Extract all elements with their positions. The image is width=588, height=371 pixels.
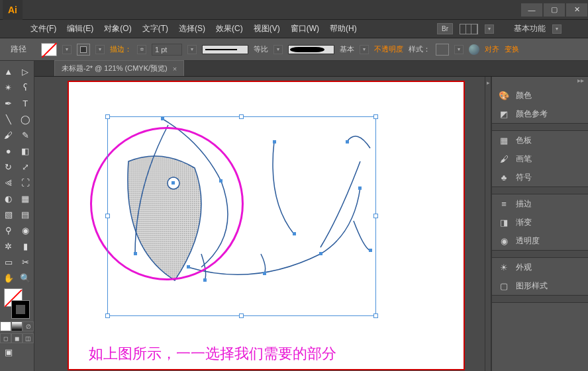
fill-swatch[interactable]	[41, 43, 57, 56]
arrange-documents-button[interactable]	[460, 24, 478, 34]
stroke-dropdown[interactable]: ▾	[95, 45, 105, 54]
color-mode-button[interactable]	[0, 321, 11, 331]
workspace-dropdown[interactable]: ▾	[552, 24, 562, 34]
panel-swatches[interactable]: ▦色板	[492, 131, 588, 149]
scale-tool[interactable]: ⤢	[17, 159, 34, 175]
panel-appearance[interactable]: ☀外观	[492, 258, 588, 276]
selection-handle-w[interactable]	[105, 214, 110, 218]
draw-behind-button[interactable]: ◼	[11, 333, 23, 343]
selection-handle-ne[interactable]	[373, 114, 378, 119]
menu-help[interactable]: 帮助(H)	[326, 21, 361, 37]
panel-gradient[interactable]: ◨渐变	[492, 213, 588, 231]
type-tool[interactable]: T	[17, 95, 34, 111]
width-profile-select[interactable]	[202, 45, 248, 54]
selection-tool[interactable]: ▲	[0, 63, 17, 79]
bridge-button[interactable]: Br	[437, 23, 453, 34]
arrange-dropdown[interactable]: ▾	[485, 24, 494, 34]
normal-draw-button[interactable]: ◻	[0, 333, 11, 343]
selection-handle-nw[interactable]	[105, 114, 110, 119]
stroke-weight-field[interactable]: 1 pt	[152, 44, 182, 56]
menu-select[interactable]: 选择(S)	[175, 21, 209, 37]
none-mode-button[interactable]: ∅	[23, 321, 34, 331]
rotate-tool[interactable]: ↻	[0, 159, 17, 175]
eraser-tool[interactable]: ◧	[17, 143, 34, 159]
zoom-tool[interactable]: 🔍	[17, 270, 34, 286]
maximize-button[interactable]: ▢	[544, 3, 565, 17]
slice-tool[interactable]: ✂	[17, 254, 34, 270]
artboard-tool[interactable]: ▭	[0, 254, 17, 270]
direct-selection-tool[interactable]: ▷	[17, 63, 34, 79]
hand-tool[interactable]: ✋	[0, 270, 17, 286]
menu-file[interactable]: 文件(F)	[26, 21, 60, 37]
shape-tool[interactable]: ◯	[17, 111, 34, 127]
panel-brushes[interactable]: 🖌画笔	[492, 149, 588, 168]
lasso-tool[interactable]: ʕ	[17, 79, 34, 95]
document-tab[interactable]: 未标题-2* @ 121% (CMYK/预览) ×	[54, 60, 184, 76]
workspace-switcher[interactable]: 基本功能	[501, 23, 546, 34]
panel-stroke[interactable]: ≡描边	[492, 194, 588, 213]
control-bar: 路径 ▾ ▾ 描边： ≑ 1 pt ▾ 等比 ▾ 基本 ▾ 不透明度 样式： ▾…	[0, 38, 588, 61]
graphic-style-swatch[interactable]	[436, 44, 449, 56]
graph-tool[interactable]: ▮	[17, 238, 34, 254]
pencil-tool[interactable]: ✎	[17, 127, 34, 143]
document-tab-close[interactable]: ×	[173, 65, 177, 73]
selection-handle-n[interactable]	[239, 114, 244, 119]
close-button[interactable]: ✕	[566, 3, 587, 17]
selection-handle-s[interactable]	[239, 313, 244, 318]
panel-symbols[interactable]: ♣符号	[492, 168, 588, 186]
canvas-area[interactable]: 如上图所示，一一选择我们需要的部分	[34, 77, 485, 371]
artboard[interactable]: 如上图所示，一一选择我们需要的部分	[68, 81, 465, 370]
gradient-tool[interactable]: ▤	[17, 206, 34, 222]
panel-color-guide-label: 颜色参考	[516, 108, 548, 120]
stroke-indicator[interactable]	[11, 300, 30, 319]
selection-handle-se[interactable]	[373, 313, 378, 318]
pen-tool[interactable]: ✒	[0, 95, 17, 111]
menu-window[interactable]: 窗口(W)	[287, 21, 323, 37]
fill-stroke-indicator[interactable]	[4, 288, 30, 319]
magic-wand-tool[interactable]: ✴	[0, 79, 17, 95]
blend-tool[interactable]: ◉	[17, 222, 34, 238]
panel-separator	[492, 123, 588, 131]
panel-graphic-styles[interactable]: ▢图形样式	[492, 276, 588, 295]
panel-transparency[interactable]: ◉透明度	[492, 231, 588, 250]
selection-bounding-box[interactable]	[107, 116, 376, 316]
panel-color-guide[interactable]: ◩颜色参考	[492, 104, 588, 123]
selection-handle-sw[interactable]	[105, 313, 110, 318]
panel-group-collapse[interactable]: ▸▸	[492, 77, 588, 86]
fill-dropdown[interactable]: ▾	[62, 45, 72, 54]
width-tool[interactable]: ⫷	[0, 175, 17, 190]
blob-brush-tool[interactable]: ●	[0, 143, 17, 159]
uniform-dropdown[interactable]: ▾	[273, 45, 283, 54]
align-label[interactable]: 对齐	[485, 44, 499, 54]
gradient-mode-button[interactable]	[11, 321, 23, 331]
symbol-sprayer-tool[interactable]: ✲	[0, 238, 17, 254]
selection-handle-e[interactable]	[373, 214, 378, 218]
line-tool[interactable]: ╲	[0, 111, 17, 127]
stroke-stepper[interactable]: ≑	[137, 45, 146, 54]
panel-collapse-bar[interactable]: ▸	[485, 77, 491, 371]
stroke-swatch[interactable]	[77, 44, 90, 56]
draw-inside-button[interactable]: ◫	[23, 333, 34, 343]
menu-object[interactable]: 对象(O)	[100, 21, 135, 37]
menu-edit[interactable]: 编辑(E)	[63, 21, 97, 37]
free-transform-tool[interactable]: ⛶	[17, 175, 34, 190]
brush-select[interactable]	[288, 45, 334, 54]
menu-effect[interactable]: 效果(C)	[212, 21, 247, 37]
menu-type[interactable]: 文字(T)	[138, 21, 172, 37]
opacity-label[interactable]: 不透明度	[374, 44, 403, 54]
style-dropdown[interactable]: ▾	[454, 45, 464, 54]
mesh-tool[interactable]: ▧	[0, 206, 17, 222]
transform-label[interactable]: 变换	[505, 44, 519, 54]
profile-dropdown[interactable]: ▾	[360, 45, 369, 54]
paintbrush-tool[interactable]: 🖌	[0, 127, 17, 143]
eyedropper-tool[interactable]: ⚲	[0, 222, 17, 238]
screen-mode-button[interactable]: ▣	[0, 344, 17, 360]
panel-color[interactable]: 🎨颜色	[492, 86, 588, 104]
stroke-weight-dropdown[interactable]: ▾	[187, 45, 197, 54]
recolor-button[interactable]	[469, 44, 479, 55]
minimize-button[interactable]: —	[521, 3, 542, 17]
perspective-tool[interactable]: ▦	[17, 190, 34, 206]
shape-builder-tool[interactable]: ◐	[0, 190, 17, 206]
menu-view[interactable]: 视图(V)	[250, 21, 284, 37]
stroke-label[interactable]: 描边：	[110, 44, 132, 54]
